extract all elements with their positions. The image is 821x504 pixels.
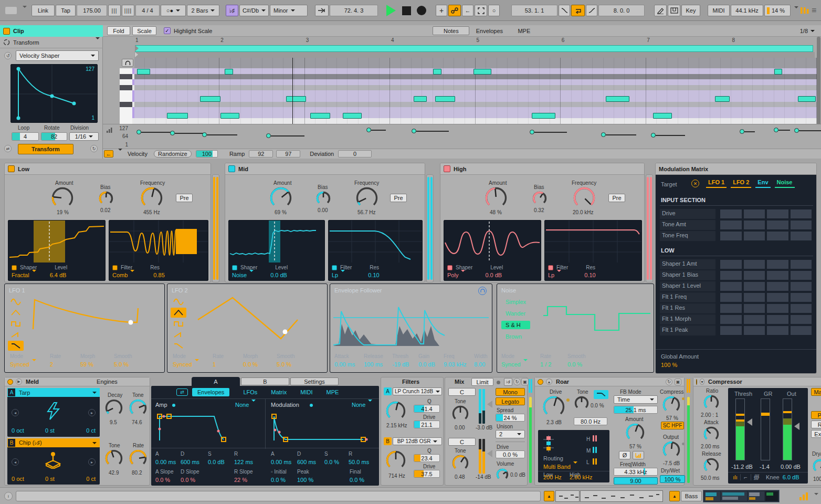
nudge-up-button[interactable]: |||| — [122, 5, 134, 16]
engine-a-menu[interactable]: Tarp — [16, 388, 100, 397]
lfo2-params[interactable]: ModeSyncedRate1Morph0.0 %Smooth5.0 % — [173, 353, 311, 368]
engine-b-rate-value[interactable]: 80.2 — [132, 470, 142, 476]
mix-a-db-value[interactable]: -3.0 dB — [476, 425, 492, 430]
computer-midi-keyboard-button[interactable] — [668, 5, 680, 16]
matrix-cell[interactable] — [743, 292, 766, 302]
low-freq-value[interactable]: 455 Hz — [143, 209, 160, 215]
engine-a-prev-button[interactable]: ◂ — [12, 409, 19, 416]
fb-character-button[interactable] — [633, 451, 644, 459]
matrix-cell[interactable] — [790, 281, 813, 291]
low-shaper-checkbox[interactable] — [12, 265, 17, 270]
ramp-end-field[interactable]: 97 — [276, 150, 300, 158]
low-res-value[interactable]: 0.85 — [153, 272, 164, 278]
subtab-mpe[interactable]: MPE — [326, 389, 339, 395]
noise-mode-option[interactable]: Simplex — [501, 298, 530, 306]
engine-b-badge[interactable]: B — [7, 438, 16, 447]
cpu-menu-caret[interactable] — [792, 8, 798, 15]
mix-b-tone-value[interactable]: 0.48 — [455, 474, 465, 480]
transform-loop-toggle[interactable]: ⇄ — [4, 145, 12, 152]
track-name-chip[interactable]: Bass — [681, 491, 702, 501]
matrix-cell[interactable] — [720, 270, 742, 280]
thresh-handle[interactable] — [747, 418, 752, 426]
matrix-cell[interactable] — [743, 281, 766, 291]
ratio-value[interactable]: 2.00 : 1 — [701, 412, 718, 418]
loop-start-field[interactable]: 53. 1. 1 — [511, 5, 557, 16]
loop-length-field[interactable]: 8. 0. 0 — [598, 5, 645, 16]
roar-output-value[interactable]: -7.5 dB — [663, 460, 680, 466]
engine-b-rate-knob[interactable] — [129, 449, 148, 469]
follow-button[interactable] — [315, 5, 329, 16]
volume-value[interactable]: 0.0 dB — [510, 472, 525, 478]
amp-env-mode-menu[interactable]: None — [235, 402, 256, 408]
matrix-cell[interactable] — [743, 326, 766, 335]
transform-refresh-button[interactable]: ↻ — [90, 145, 98, 152]
high-bias-value[interactable]: 0.32 — [534, 207, 544, 213]
piano-key[interactable] — [120, 107, 132, 113]
transform-collapse-caret[interactable] — [93, 39, 100, 46]
roar-save-icon[interactable]: ▣ — [675, 379, 681, 385]
midi-note[interactable] — [220, 113, 239, 119]
mix-drive-field[interactable]: 0.0 % — [496, 450, 525, 458]
high-shaper-checkbox[interactable] — [447, 265, 452, 270]
compressor-on-button[interactable] — [696, 379, 697, 385]
velocity-shaper-graph[interactable]: 127 1 — [10, 64, 98, 123]
mid-filter-checkbox[interactable] — [332, 265, 337, 270]
matrix-clear-button[interactable]: ✕ — [691, 180, 699, 187]
meld-tab-a[interactable]: A — [192, 377, 240, 386]
tap-button[interactable]: Tap — [56, 5, 76, 16]
matrix-cell[interactable] — [766, 209, 789, 219]
options-icon[interactable] — [5, 7, 17, 14]
beat-ruler[interactable]: 12345678 — [134, 37, 817, 45]
high-pre-button[interactable]: Pre — [608, 194, 625, 202]
piano-key[interactable] — [120, 113, 132, 119]
matrix-cell[interactable] — [720, 281, 742, 291]
xover-low-value[interactable]: 200 Hz — [543, 474, 562, 480]
mix-b-gain-handle[interactable] — [487, 450, 492, 457]
lfo-wave-icon[interactable] — [8, 297, 24, 307]
global-amount-value[interactable]: 100 % — [661, 362, 677, 368]
high-amount-value[interactable]: 48 % — [490, 209, 502, 215]
clip-overview-toggle[interactable]: ▲ — [544, 491, 554, 501]
low-filter-checkbox[interactable] — [112, 265, 118, 270]
velocity-marker[interactable] — [412, 129, 416, 133]
mid-shaper-display[interactable]: Shaper Level Noise 0.0 dB — [228, 220, 325, 281]
clip-overview-a[interactable] — [555, 490, 580, 502]
record-button[interactable] — [417, 6, 426, 15]
midi-note[interactable] — [310, 113, 330, 119]
engine-b-prev-button[interactable]: ◂ — [12, 458, 19, 466]
fold-button[interactable]: Fold — [107, 26, 130, 35]
meld-tab-b[interactable]: B — [241, 377, 289, 385]
high-filter-type-menu[interactable]: Lp — [548, 272, 561, 278]
roar-tone-knob[interactable] — [574, 395, 590, 412]
collapsed-view-button[interactable]: ılı — [730, 474, 741, 480]
env-link-button[interactable]: ⇄ — [176, 388, 188, 396]
randomize-button[interactable]: Randomize — [154, 150, 192, 158]
transform-section-header[interactable]: Transform — [0, 37, 103, 48]
noise-params[interactable]: ModeSyncedRate1 / 2Smooth0.0 % — [501, 353, 597, 368]
matrix-cell[interactable] — [720, 326, 742, 335]
matrix-cell[interactable] — [720, 259, 742, 269]
release-knob[interactable] — [703, 457, 720, 475]
mix-a-pan-field[interactable]: C — [448, 388, 476, 396]
mid-level-value[interactable]: 0.0 dB — [270, 272, 287, 278]
midi-note[interactable] — [435, 96, 455, 102]
matrix-cell[interactable] — [720, 231, 742, 241]
arrangement-position-field[interactable]: 72. 4. 3 — [330, 5, 378, 16]
fb-freq-field[interactable]: 4.33 kHz — [614, 468, 658, 476]
roar-drywet-field[interactable]: 100 % — [660, 475, 685, 483]
filter-a-badge[interactable]: A — [384, 387, 392, 395]
lfo-wave-icon[interactable] — [8, 308, 24, 318]
meld-hotswap-button[interactable]: ▶ — [16, 379, 22, 385]
spread-field[interactable]: 24 % — [496, 414, 525, 422]
lfo2-waveform-display[interactable] — [191, 292, 325, 345]
engine-a-next-button[interactable]: ▸ — [88, 409, 96, 416]
high-filter-display[interactable]: Filter Res Lp 0.10 — [544, 220, 642, 281]
routing-menu[interactable]: Multi Band — [543, 464, 577, 470]
matrix-cell[interactable] — [720, 209, 742, 219]
fb-time-field[interactable]: 25.1 ms — [614, 406, 658, 414]
mid-filter-type-menu[interactable]: Lp — [332, 272, 345, 278]
highlight-loop-button[interactable]: ○ — [488, 5, 500, 16]
band-low-checkbox[interactable] — [8, 165, 15, 172]
out-handle[interactable] — [794, 423, 799, 430]
rotate-field[interactable]: 82 — [41, 132, 67, 141]
